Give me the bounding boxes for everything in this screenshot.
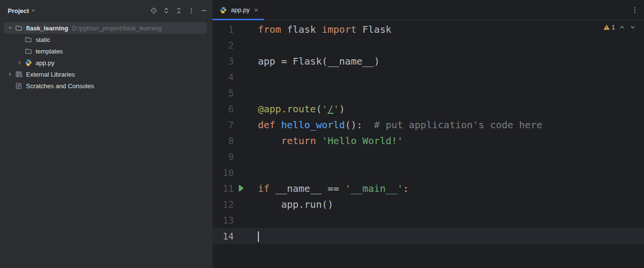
folder-icon bbox=[14, 24, 23, 32]
editor: app.py × 1from flask import Flask23app =… bbox=[213, 0, 644, 268]
line-number[interactable]: 14 bbox=[213, 231, 234, 241]
line-number[interactable]: 10 bbox=[213, 167, 234, 178]
folder-icon bbox=[24, 47, 33, 55]
line-number[interactable]: 5 bbox=[213, 88, 234, 98]
run-gutter-icon[interactable] bbox=[234, 184, 247, 192]
line-number[interactable]: 3 bbox=[213, 56, 234, 67]
expand-selection-icon[interactable] bbox=[162, 7, 170, 14]
tree-item-label: templates bbox=[36, 48, 63, 55]
tab-label: app.py bbox=[231, 6, 250, 13]
chevron-right-icon[interactable] bbox=[15, 59, 24, 66]
line-number[interactable]: 12 bbox=[213, 199, 234, 210]
tree-item-path: D:\python_project\flask_learning bbox=[72, 25, 161, 32]
line-number[interactable]: 11 bbox=[213, 183, 234, 194]
collapse-all-icon[interactable] bbox=[175, 7, 183, 14]
code-line-6[interactable]: 6@app.route('/') bbox=[213, 101, 644, 117]
project-panel-header: Project bbox=[0, 0, 213, 21]
code-text: from flask import Flask bbox=[258, 24, 391, 35]
folder-icon bbox=[24, 36, 33, 43]
tree-item-flask_learning[interactable]: flask_learningD:\python_project\flask_le… bbox=[4, 22, 207, 34]
tree-item-label: Scratches and Consoles bbox=[26, 82, 94, 90]
code-area[interactable]: 1from flask import Flask23app = Flask(__… bbox=[213, 20, 644, 268]
tree-item-templates[interactable]: templates bbox=[4, 45, 207, 57]
code-line-12[interactable]: 12 app.run() bbox=[213, 196, 644, 212]
code-line-4[interactable]: 4 bbox=[213, 69, 644, 85]
code-line-10[interactable]: 10 bbox=[213, 164, 644, 180]
tree-item-static[interactable]: static bbox=[4, 34, 207, 45]
line-number[interactable]: 9 bbox=[213, 151, 234, 162]
code-line-14[interactable]: 14 bbox=[213, 228, 644, 244]
tree-item-label: flask_learning bbox=[26, 25, 68, 32]
tab-app-py[interactable]: app.py × bbox=[213, 0, 264, 20]
line-number[interactable]: 13 bbox=[213, 215, 234, 226]
hide-panel-icon[interactable] bbox=[200, 7, 208, 14]
chevron-down-icon[interactable] bbox=[30, 7, 37, 14]
code-line-3[interactable]: 3app = Flask(__name__) bbox=[213, 53, 644, 69]
more-options-icon[interactable] bbox=[631, 6, 639, 14]
more-options-icon[interactable] bbox=[188, 7, 195, 14]
text-caret bbox=[258, 231, 259, 242]
code-text: app = Flask(__name__) bbox=[258, 55, 380, 67]
python-icon bbox=[219, 6, 227, 14]
line-number[interactable]: 4 bbox=[213, 72, 234, 82]
libraries-icon bbox=[14, 70, 23, 78]
code-text: @app.route('/') bbox=[258, 103, 345, 115]
select-opened-file-icon[interactable] bbox=[150, 7, 158, 14]
code-text: def hello_world(): # put application's c… bbox=[258, 119, 542, 131]
code-line-8[interactable]: 8 return 'Hello World!' bbox=[213, 133, 644, 148]
project-panel-title[interactable]: Project bbox=[8, 7, 29, 14]
chevron-down-icon[interactable] bbox=[629, 24, 636, 31]
code-text bbox=[258, 230, 259, 242]
code-text: return 'Hello World!' bbox=[258, 135, 403, 147]
code-line-5[interactable]: 5 bbox=[213, 85, 644, 101]
line-number[interactable]: 1 bbox=[213, 24, 234, 35]
code-line-2[interactable]: 2 bbox=[213, 37, 644, 53]
tree-item-label: External Libraries bbox=[26, 71, 75, 78]
tree-item-label: static bbox=[36, 36, 50, 43]
tree-item-scratches-and-consoles[interactable]: Scratches and Consoles bbox=[4, 80, 207, 92]
code-text: app.run() bbox=[258, 199, 334, 210]
code-line-1[interactable]: 1from flask import Flask bbox=[213, 21, 644, 37]
code-line-9[interactable]: 9 bbox=[213, 148, 644, 164]
tree-item-app-py[interactable]: app.py bbox=[4, 57, 207, 68]
warning-icon[interactable] bbox=[603, 24, 610, 31]
tree-item-label: app.py bbox=[36, 59, 54, 67]
scratches-icon bbox=[14, 82, 23, 90]
code-line-11[interactable]: 11if __name__ == '__main__': bbox=[213, 180, 644, 196]
project-panel: Project f bbox=[0, 0, 213, 268]
ide-window: Project f bbox=[0, 0, 644, 268]
chevron-up-icon[interactable] bbox=[618, 24, 626, 31]
code-line-13[interactable]: 13 bbox=[213, 212, 644, 228]
chevron-down-icon[interactable] bbox=[6, 25, 14, 31]
line-number[interactable]: 6 bbox=[213, 104, 234, 114]
editor-tab-bar: app.py × bbox=[213, 0, 644, 20]
warning-count: 1 bbox=[612, 24, 615, 31]
project-tree: flask_learningD:\python_project\flask_le… bbox=[0, 21, 213, 92]
line-number[interactable]: 8 bbox=[213, 135, 234, 146]
inspection-widget: 1 bbox=[603, 24, 636, 31]
line-number[interactable]: 7 bbox=[213, 120, 234, 130]
code-text: if __name__ == '__main__': bbox=[258, 183, 409, 194]
chevron-right-icon[interactable] bbox=[6, 71, 14, 78]
project-panel-actions bbox=[150, 7, 208, 14]
code-lines: 1from flask import Flask23app = Flask(__… bbox=[213, 21, 644, 244]
close-icon[interactable]: × bbox=[254, 6, 258, 13]
code-line-7[interactable]: 7def hello_world(): # put application's … bbox=[213, 117, 644, 133]
tree-item-external-libraries[interactable]: External Libraries bbox=[4, 68, 207, 80]
line-number[interactable]: 2 bbox=[213, 40, 234, 51]
python-icon bbox=[24, 59, 33, 67]
